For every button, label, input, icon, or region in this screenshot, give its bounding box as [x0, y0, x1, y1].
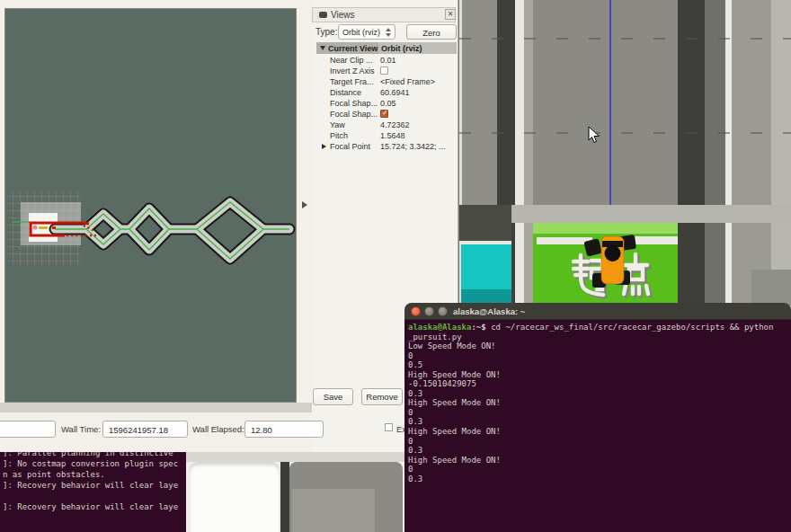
- terminal-line: 0: [408, 465, 791, 474]
- remove-button[interactable]: Remove: [361, 388, 403, 405]
- terminal-output: _pursuit.pyLow Speed Mode ON!00.5High Sp…: [408, 332, 791, 484]
- terminal-line: Low Speed Mode ON!: [408, 341, 791, 351]
- terminal-line: -0.15010429075: [408, 379, 791, 389]
- save-button[interactable]: Save: [313, 388, 353, 405]
- views-panel-title: Views: [331, 10, 355, 20]
- ros-time-field[interactable]: [0, 421, 56, 438]
- command-text: cd ~/racecar_ws_final/src/racecar_gazebo…: [486, 323, 774, 332]
- terminal-line: 0.3: [408, 446, 791, 456]
- cyan-block: [461, 244, 511, 289]
- terminal-line: 0.3: [408, 417, 791, 427]
- wall-top-band: [511, 205, 791, 223]
- property-row-near-clip[interactable]: Near Clip ... 0.01: [316, 55, 457, 66]
- property-row-focal-point[interactable]: Focal Point 15.724; 3.3422; ...: [316, 141, 457, 152]
- property-value[interactable]: 1.5648: [380, 131, 405, 140]
- type-label: Type:: [316, 27, 337, 37]
- current-view-value: Orbit (rviz): [381, 44, 422, 53]
- property-label: Focal Shap...: [330, 110, 378, 119]
- wall-time-field[interactable]: 1596241957.18: [102, 421, 188, 438]
- road-dash-line: [459, 38, 791, 40]
- property-row-yaw[interactable]: Yaw 4.72362: [316, 120, 457, 130]
- rviz-3d-viewport[interactable]: [4, 8, 297, 403]
- terminal-line: 0.3: [408, 389, 791, 399]
- log-line: ]: No costmap conversion plugin spec: [3, 458, 183, 469]
- goal-marker: [52, 226, 56, 229]
- prompt-user: alaska@Alaska: [408, 323, 471, 332]
- combobox-spinner-icon[interactable]: [386, 28, 392, 37]
- wheel-front-left: [583, 238, 602, 257]
- road-dash-line: [459, 132, 791, 134]
- property-label: Invert Z Axis: [330, 66, 375, 75]
- minimize-icon[interactable]: [424, 306, 434, 316]
- zero-button[interactable]: Zero: [406, 24, 457, 40]
- background-window-white[interactable]: [189, 462, 280, 532]
- log-line: [3, 491, 183, 501]
- waypoint-line: [609, 0, 611, 239]
- close-icon[interactable]: ✕: [445, 9, 456, 20]
- property-value[interactable]: <Fixed Frame>: [380, 77, 435, 86]
- dark-wall-block: [459, 205, 511, 244]
- focal-shape-checkbox[interactable]: [380, 110, 388, 118]
- terminal-title: alaska@Alaska: ~: [453, 306, 525, 316]
- track-map: [5, 9, 298, 403]
- window-inner-panel: [292, 489, 375, 532]
- terminal-line: 0: [408, 408, 791, 418]
- roslog-lines: ]: Parallel planning in distinctive]: No…: [3, 452, 183, 512]
- terminal-body[interactable]: alaska@Alaska:~$ cd ~/racecar_ws_final/s…: [404, 320, 791, 532]
- status-strip: [0, 403, 312, 412]
- terminal-line: High Speed Mode ON!: [408, 370, 791, 380]
- window-divider: [280, 462, 289, 532]
- desktop: { "views_panel": { "title": "Views", "ty…: [0, 0, 791, 532]
- terminal-line: 0: [408, 351, 791, 361]
- property-label: Yaw: [330, 120, 345, 129]
- experimental-checkbox[interactable]: [385, 423, 393, 431]
- terminal-line: 0.5: [408, 360, 791, 370]
- robot-trail: [39, 226, 48, 229]
- log-line: ]: Parallel planning in distinctive: [3, 452, 183, 458]
- prompt-path: :~$: [471, 323, 485, 332]
- property-label: Pitch: [330, 131, 348, 140]
- log-line: n as point obstacles.: [3, 469, 183, 480]
- terminal-line: 0: [408, 437, 791, 447]
- background-window-gray[interactable]: [289, 462, 403, 532]
- property-label: Distance: [330, 88, 361, 97]
- roslog-terminal[interactable]: ]: Parallel planning in distinctive]: No…: [0, 452, 186, 532]
- chevron-right-icon[interactable]: [322, 144, 326, 149]
- terminal-line: 0.3: [408, 474, 791, 484]
- wall-elapsed-label: Wall Elapsed:: [192, 424, 244, 434]
- property-label: Focal Shap...: [330, 99, 378, 108]
- property-value[interactable]: 0.01: [380, 56, 396, 65]
- terminal-titlebar[interactable]: alaska@Alaska: ~: [404, 303, 791, 320]
- gray-box: [751, 270, 791, 306]
- wall-elapsed-field[interactable]: 12.80: [244, 421, 324, 438]
- property-row-pitch[interactable]: Pitch 1.5648: [316, 130, 457, 141]
- property-value[interactable]: 60.6941: [380, 88, 410, 97]
- terminal-line: High Speed Mode ON!: [408, 427, 791, 437]
- ground-text: 起点: [567, 256, 666, 306]
- property-value[interactable]: 15.724; 3.3422; ...: [380, 142, 446, 151]
- terminal-line: High Speed Mode ON!: [408, 398, 791, 408]
- log-line: ]: Recovery behavior will clear laye: [3, 501, 183, 512]
- terminal-prompt-line: alaska@Alaska:~$ cd ~/racecar_ws_final/s…: [408, 323, 791, 332]
- close-icon[interactable]: [411, 306, 421, 316]
- log-line: ]: Recovery behavior will clear laye: [3, 480, 183, 491]
- splitter-arrow-icon[interactable]: [302, 201, 307, 208]
- window-top-band: [186, 452, 404, 462]
- property-row-focal-shape-size[interactable]: Focal Shap... 0.05: [316, 98, 457, 109]
- views-panel-icon: [317, 12, 327, 18]
- property-row-target-frame[interactable]: Target Fra... <Fixed Frame>: [316, 76, 457, 87]
- property-row-focal-shape-fixed[interactable]: Focal Shap...: [316, 109, 457, 120]
- invert-z-checkbox[interactable]: [380, 66, 388, 75]
- property-row-distance[interactable]: Distance 60.6941: [316, 87, 457, 98]
- property-value[interactable]: 0.05: [380, 99, 396, 108]
- maximize-icon[interactable]: [438, 306, 448, 316]
- terminal-line: _pursuit.py: [408, 332, 791, 342]
- mouse-cursor: [588, 126, 600, 144]
- wall-time-label: Wall Time:: [61, 424, 101, 434]
- property-label: Near Clip ...: [330, 56, 373, 65]
- property-row-invert-z[interactable]: Invert Z Axis: [316, 66, 457, 76]
- current-view-name: Current View: [328, 44, 378, 53]
- property-value[interactable]: 4.72362: [380, 120, 410, 129]
- terminal-window[interactable]: alaska@Alaska: ~ alaska@Alaska:~$ cd ~/r…: [404, 303, 791, 532]
- chevron-down-icon[interactable]: [320, 46, 325, 50]
